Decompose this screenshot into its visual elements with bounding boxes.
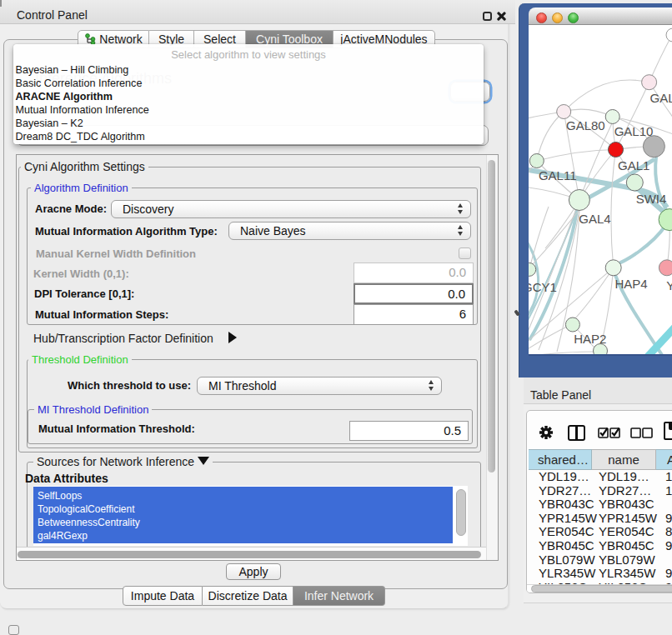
svg-text:GAL4: GAL4: [579, 212, 610, 226]
svg-text:GAL10: GAL10: [614, 124, 654, 138]
svg-text:GAL11: GAL11: [539, 168, 577, 182]
svg-text:Y7: Y7: [666, 278, 672, 292]
svg-text:GAL80: GAL80: [566, 118, 605, 132]
svg-text:SWI4: SWI4: [636, 192, 667, 206]
svg-text:GAL7: GAL7: [650, 91, 672, 105]
svg-text:HAP2: HAP2: [574, 332, 606, 346]
svg-text:GCY1: GCY1: [529, 280, 557, 294]
svg-text:GAL1: GAL1: [618, 158, 649, 172]
svg-text:HAP4: HAP4: [615, 277, 648, 291]
